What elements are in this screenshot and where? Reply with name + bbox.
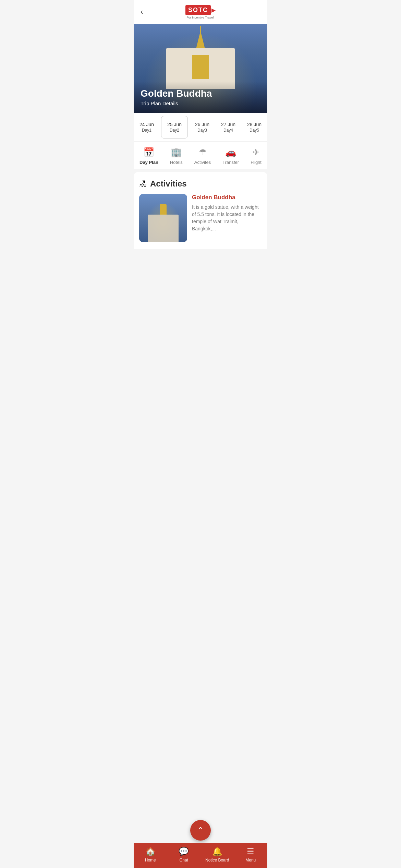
activity-name: Golden Buddha [192, 194, 262, 201]
mini-temple-illustration [148, 215, 179, 242]
logo: SOTC ▶ For Incentive Travel. [185, 5, 216, 19]
nav-home-label: Home [145, 858, 156, 863]
nav-notice-board[interactable]: 🔔 Notice Board [205, 847, 229, 863]
activity-image [139, 194, 187, 242]
chevron-up-icon: ⌃ [197, 825, 204, 835]
bottom-nav: 🏠 Home 💬 Chat 🔔 Notice Board ☰ Menu [134, 843, 267, 868]
activities-title: Activities [150, 179, 187, 189]
flight-icon: ✈ [252, 147, 260, 158]
date-label-3: Day3 [191, 128, 214, 133]
category-nav: 📅 Day Plan 🏢 Hotels ☂ Activites 🚗 Transf… [134, 142, 267, 169]
hero-subtitle: Trip Plan Details [141, 100, 260, 106]
nav-notice-board-label: Notice Board [205, 858, 229, 863]
logo-text: SOTC [185, 5, 211, 15]
activities-card: 🏖 Activities Golden Buddha It is a gold … [134, 172, 267, 249]
nav-chat-label: Chat [180, 858, 188, 863]
hero-banner: Golden Buddha Trip Plan Details [134, 24, 267, 113]
date-label-2: Day2 [163, 128, 186, 133]
nav-home[interactable]: 🏠 Home [138, 847, 162, 863]
nav-menu-label: Menu [245, 858, 256, 863]
cat-flight-label: Flight [251, 160, 262, 165]
cat-hotels-label: Hotels [170, 160, 183, 165]
hotel-icon: 🏢 [171, 147, 182, 158]
hero-overlay: Golden Buddha Trip Plan Details [134, 81, 267, 113]
date-tab-5[interactable]: 28 Jun Day5 [241, 116, 267, 138]
date-label-1: Day1 [135, 128, 158, 133]
back-button[interactable]: ‹ [141, 8, 143, 16]
date-tabs: 24 Jun Day1 25 Jun Day2 26 Jun Day3 27 J… [134, 113, 267, 142]
cat-transfer[interactable]: 🚗 Transfer [222, 147, 239, 165]
date-label-4: Day4 [217, 128, 240, 133]
temple-illustration [153, 34, 248, 89]
date-day-2: 25 Jun [163, 122, 186, 127]
activities-header: 🏖 Activities [139, 179, 262, 189]
chat-icon: 💬 [179, 847, 189, 856]
activity-description: It is a gold statue, with a weight of 5.… [192, 204, 262, 232]
umbrella-icon: ☂ [199, 147, 207, 158]
activity-info: Golden Buddha It is a gold statue, with … [192, 194, 262, 242]
logo-tagline: For Incentive Travel. [186, 16, 215, 19]
home-icon: 🏠 [145, 847, 156, 856]
logo-arrow-icon: ▶ [211, 7, 216, 13]
activity-item: Golden Buddha It is a gold statue, with … [139, 194, 262, 242]
car-icon: 🚗 [225, 147, 236, 158]
cat-flight[interactable]: ✈ Flight [251, 147, 262, 165]
date-day-5: 28 Jun [243, 122, 266, 127]
date-day-4: 27 Jun [217, 122, 240, 127]
date-label-5: Day5 [243, 128, 266, 133]
activities-icon: 🏖 [139, 179, 147, 188]
menu-icon: ☰ [247, 847, 254, 856]
nav-chat[interactable]: 💬 Chat [172, 847, 196, 863]
date-tab-3[interactable]: 26 Jun Day3 [189, 116, 215, 138]
calendar-icon: 📅 [143, 147, 154, 158]
date-tab-4[interactable]: 27 Jun Day4 [215, 116, 241, 138]
header: ‹ SOTC ▶ For Incentive Travel. [134, 0, 267, 24]
date-day-3: 26 Jun [191, 122, 214, 127]
hero-title: Golden Buddha [141, 88, 260, 99]
cat-activities-label: Activites [194, 160, 211, 165]
date-tab-1[interactable]: 24 Jun Day1 [134, 116, 160, 138]
cat-hotels[interactable]: 🏢 Hotels [170, 147, 183, 165]
bell-icon: 🔔 [212, 847, 222, 856]
scroll-up-fab[interactable]: ⌃ [190, 820, 211, 841]
cat-activities[interactable]: ☂ Activites [194, 147, 211, 165]
cat-day-plan-label: Day Plan [139, 160, 158, 165]
cat-day-plan[interactable]: 📅 Day Plan [139, 147, 158, 165]
date-day-1: 24 Jun [135, 122, 158, 127]
date-tab-2[interactable]: 25 Jun Day2 [161, 116, 188, 138]
cat-transfer-label: Transfer [222, 160, 239, 165]
nav-menu[interactable]: ☰ Menu [239, 847, 263, 863]
